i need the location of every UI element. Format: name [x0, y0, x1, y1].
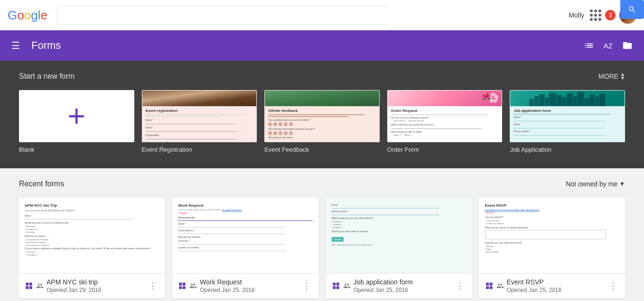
forms-title: Forms	[31, 39, 61, 52]
job-app-footer: Job application form Opened Jan 25, 2016…	[326, 274, 472, 298]
recent-section: Recent forms Not owned by me ▼ APM NYC S…	[0, 168, 644, 301]
form-card-job-application[interactable]: Email * Phone number * Which position(s)…	[326, 198, 472, 298]
form-grid-icon-2	[178, 282, 187, 290]
template-section-title: Start a new form	[19, 72, 75, 81]
work-request-footer: Work Request Opened Jan 25, 2016 ⋮	[172, 274, 318, 298]
svg-rect-12	[595, 97, 599, 106]
order-form-thumbnail: 🌸 🌺 Order Request Are you a new or exist…	[387, 90, 503, 142]
sort-az-button[interactable]: AZ	[600, 38, 616, 54]
ski-trip-title: APM NYC ski trip	[47, 278, 101, 286]
submit-button-mini: Submit	[332, 237, 344, 242]
people-icon-2	[189, 282, 197, 290]
notification-badge[interactable]: 3	[605, 10, 616, 20]
filter-chevron-icon: ▼	[619, 181, 625, 187]
work-request-thumbnail: Work Request To hire someone, please cal…	[172, 198, 318, 274]
apps-grid-icon[interactable]	[590, 9, 601, 21]
list-view-icon	[584, 40, 594, 51]
template-event-registration[interactable]: Event registration Name * Email * Organi…	[142, 90, 257, 153]
event-rsvp-thumbnail: Event RSVP Event Address: 100 Your 234 C…	[479, 198, 625, 274]
event-registration-thumbnail: Event registration Name * Email * Organi…	[142, 90, 257, 142]
search-input[interactable]	[57, 6, 389, 25]
form-card-work-request[interactable]: Work Request To hire someone, please cal…	[172, 198, 318, 298]
svg-rect-9	[578, 92, 584, 106]
job-app-meta: Opened Jan 25, 2016	[354, 287, 413, 293]
template-order-form-label: Order Form	[387, 146, 503, 153]
people-icon	[36, 282, 44, 290]
template-section-header: Start a new form MORE ▲▼	[19, 72, 625, 81]
job-application-thumbnail: Job application form Name * Email * Phon…	[510, 90, 625, 142]
job-app-title: Job application form	[354, 278, 413, 286]
template-section: Start a new form MORE ▲▼ + Blank Event r…	[0, 61, 644, 168]
svg-rect-6	[562, 97, 567, 106]
event-feedback-thumbnail: Offsite feedback How satisfied were you …	[264, 90, 380, 142]
svg-rect-7	[567, 93, 573, 106]
template-grid: + Blank Event registration Name * Email …	[19, 90, 625, 153]
ski-trip-meta: Opened Jan 29, 2016	[47, 287, 101, 293]
user-name: Molly	[569, 11, 584, 19]
ski-trip-more-button[interactable]: ⋮	[147, 279, 159, 293]
header-icons: AZ	[580, 36, 636, 55]
svg-rect-0	[530, 99, 534, 106]
event-rsvp-footer: Event RSVP Opened Jan 25, 2016 ⋮	[479, 274, 625, 298]
google-logo: Google	[8, 8, 47, 23]
ski-trip-thumbnail: APM NYC Ski Trip Can you come on the Ski…	[19, 198, 165, 274]
top-bar: Google Molly 3	[0, 0, 644, 30]
job-application-card-thumbnail: Email * Phone number * Which position(s)…	[326, 198, 472, 274]
recent-forms-title: Recent forms	[19, 180, 64, 188]
template-blank[interactable]: + Blank	[19, 90, 134, 153]
city-silhouette-svg	[510, 91, 625, 106]
svg-rect-4	[550, 93, 557, 106]
form-grid-icon-4	[485, 282, 494, 290]
event-rsvp-more-button[interactable]: ⋮	[607, 279, 619, 293]
ski-trip-mini-title: APM NYC Ski Trip	[25, 203, 159, 208]
event-rsvp-title: Event RSVP	[507, 278, 561, 286]
svg-rect-11	[589, 95, 595, 106]
folder-icon	[622, 40, 633, 51]
template-event-registration-label: Event Registration	[142, 146, 257, 153]
more-chevron-icon: ▲▼	[620, 73, 625, 80]
search-icon	[628, 5, 636, 14]
filter-label: Not owned by me	[566, 180, 617, 188]
ski-trip-footer: APM NYC ski trip Opened Jan 29, 2016 ⋮	[19, 274, 165, 298]
work-request-meta: Opened Jan 25, 2016	[200, 287, 254, 293]
svg-rect-8	[573, 96, 577, 106]
template-order-form[interactable]: 🌸 🌺 Order Request Are you a new or exist…	[387, 90, 503, 153]
people-icon-3	[343, 282, 351, 290]
svg-rect-10	[585, 98, 589, 106]
svg-rect-13	[599, 94, 606, 106]
template-event-feedback-label: Event Feedback	[264, 146, 380, 153]
job-app-more-button[interactable]: ⋮	[454, 279, 466, 293]
more-button[interactable]: MORE ▲▼	[598, 73, 625, 80]
event-rsvp-meta: Opened Jan 25, 2016	[507, 287, 561, 293]
work-request-more-button[interactable]: ⋮	[300, 279, 313, 293]
recent-forms-grid: APM NYC Ski Trip Can you come on the Ski…	[19, 198, 625, 298]
list-view-button[interactable]	[580, 36, 598, 55]
blank-thumbnail: +	[19, 90, 134, 142]
plus-icon: +	[68, 101, 85, 131]
svg-rect-3	[545, 98, 549, 106]
template-job-application-label: Job Application	[510, 146, 625, 153]
recent-section-header: Recent forms Not owned by me ▼	[19, 180, 625, 188]
template-blank-label: Blank	[19, 146, 134, 153]
sort-az-icon: AZ	[604, 42, 613, 50]
folder-view-button[interactable]	[618, 36, 636, 55]
people-icon-4	[496, 282, 504, 290]
svg-rect-2	[539, 94, 545, 106]
forms-header: ☰ Forms AZ	[0, 30, 644, 61]
template-event-feedback[interactable]: Offsite feedback How satisfied were you …	[264, 90, 380, 153]
svg-rect-5	[557, 95, 562, 106]
form-card-event-rsvp[interactable]: Event RSVP Event Address: 100 Your 234 C…	[479, 198, 625, 298]
form-grid-icon-3	[332, 282, 340, 290]
form-grid-icon	[25, 282, 33, 290]
search-button[interactable]	[620, 0, 644, 19]
filter-button[interactable]: Not owned by me ▼	[566, 180, 625, 188]
form-card-ski-trip[interactable]: APM NYC Ski Trip Can you come on the Ski…	[19, 198, 165, 298]
work-request-title: Work Request	[200, 278, 254, 286]
search-container	[57, 6, 389, 25]
template-job-application[interactable]: Job application form Name * Email * Phon…	[510, 90, 625, 153]
hamburger-menu[interactable]: ☰	[8, 36, 24, 55]
svg-rect-1	[535, 96, 539, 106]
